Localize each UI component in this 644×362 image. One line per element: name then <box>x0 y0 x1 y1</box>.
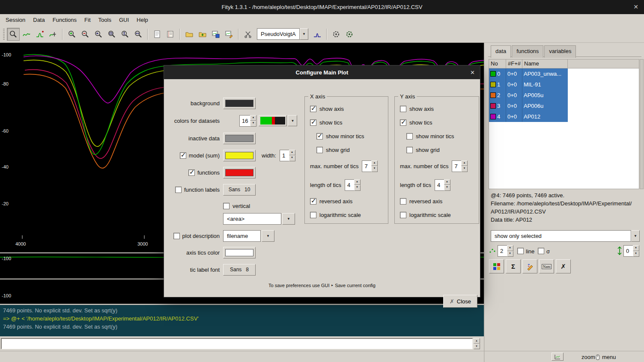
vertical-splitter[interactable] <box>484 43 485 362</box>
spin-up-button[interactable] <box>289 150 295 156</box>
dataset-colors-dropdown-button[interactable] <box>288 115 297 126</box>
x-log-scale-checkbox[interactable] <box>310 212 316 218</box>
axis-tics-color-button[interactable] <box>223 247 256 258</box>
point-size-spinner[interactable]: 2 <box>498 245 513 257</box>
y-show-grid-checkbox[interactable] <box>406 147 413 153</box>
export-image-button[interactable] <box>223 28 236 41</box>
console-output[interactable]: 7469 points. No explicit std. dev. Set a… <box>0 305 484 336</box>
label-font-button[interactable]: Sans 10 <box>223 184 256 196</box>
data-properties-button[interactable] <box>151 28 164 41</box>
spin-up-button[interactable] <box>507 245 513 251</box>
background-color-button[interactable] <box>223 98 256 109</box>
y-log-scale-checkbox[interactable] <box>400 212 406 218</box>
delete-dataset-button[interactable]: ✗ <box>556 259 571 273</box>
x-max-tics-spinner[interactable]: 7 <box>362 160 378 172</box>
menu-tools[interactable]: Tools <box>95 15 115 25</box>
description-select[interactable]: filename <box>223 230 261 242</box>
y-show-axis-checkbox[interactable] <box>400 106 406 112</box>
status-plot-button[interactable] <box>552 353 564 361</box>
dialog-close-icon[interactable]: ✕ <box>470 69 475 76</box>
model-width-spinner[interactable]: 1 <box>280 150 295 161</box>
dataset-colors-preview[interactable] <box>259 115 287 126</box>
command-input[interactable] <box>1 338 473 349</box>
edit-data-button[interactable] <box>522 259 537 273</box>
x-show-minor-tics-checkbox[interactable] <box>316 133 323 139</box>
spin-up-button[interactable] <box>461 160 468 166</box>
y-max-tics-spinner[interactable]: 7 <box>452 160 468 172</box>
sigma-checkbox[interactable] <box>538 248 544 254</box>
spin-down-button[interactable] <box>633 251 639 257</box>
zoom-mode-button[interactable] <box>7 28 20 41</box>
plot-description-checkbox[interactable] <box>173 233 180 239</box>
add-function-button[interactable] <box>311 28 324 41</box>
table-row-2[interactable]: 2 0+0 AP005u <box>489 90 568 101</box>
table-row-0[interactable]: 0 0+0 AP003_unwa... <box>489 68 568 79</box>
dataset-colors-button[interactable] <box>489 259 504 273</box>
zoom-all-button[interactable] <box>105 28 118 41</box>
dataset-colors-count-spinner[interactable]: 16 <box>239 115 256 127</box>
table-row-1[interactable]: 1 0+0 MIL-91 <box>489 79 568 90</box>
spin-up-button[interactable] <box>371 160 378 166</box>
data-range-mode-button[interactable] <box>20 28 33 41</box>
model-sum-checkbox[interactable] <box>180 152 186 159</box>
open-data-button[interactable] <box>183 28 196 41</box>
spin-up-button[interactable] <box>354 179 361 185</box>
description-dropdown-button[interactable] <box>262 230 274 242</box>
spin-down-button[interactable] <box>354 185 361 191</box>
history-down-button[interactable] <box>474 344 480 349</box>
zoom-horizontal-button[interactable] <box>132 28 145 41</box>
x-show-tics-checkbox[interactable] <box>310 119 316 126</box>
y-tic-length-spinner[interactable]: 4 <box>435 179 450 191</box>
history-up-button[interactable] <box>474 338 480 344</box>
table-row-4[interactable]: 4 0+0 AP012 <box>489 111 568 122</box>
zoom-vertical-button[interactable] <box>119 28 131 41</box>
table-row-3[interactable]: 3 0+0 AP006u <box>489 101 568 111</box>
toolbar-grip[interactable] <box>3 29 5 40</box>
table-scrollbar[interactable] <box>640 59 644 189</box>
add-peak-mode-button[interactable] <box>33 28 46 41</box>
window-close-button[interactable]: ✕ <box>633 3 638 10</box>
zoom-in-button[interactable] <box>66 28 78 41</box>
tic-font-button[interactable]: Sans 8 <box>223 264 256 276</box>
menu-data[interactable]: Data <box>29 15 48 25</box>
drag-peak-mode-button[interactable] <box>47 28 60 41</box>
menu-session[interactable]: Session <box>2 15 29 25</box>
spin-up-button[interactable] <box>633 245 639 251</box>
rename-button[interactable]: Nam <box>539 259 554 273</box>
spin-down-button[interactable] <box>371 166 378 172</box>
tab-variables[interactable]: variables <box>544 45 576 58</box>
x-tic-length-spinner[interactable]: 4 <box>345 179 361 191</box>
label-content-select[interactable]: <area> <box>223 213 281 225</box>
zoom-out-button[interactable] <box>79 28 92 41</box>
menu-functions[interactable]: Functions <box>49 15 80 25</box>
spin-down-button[interactable] <box>461 166 468 172</box>
input-history-buttons[interactable] <box>474 338 480 349</box>
append-data-button[interactable] <box>196 28 209 41</box>
spin-down-button[interactable] <box>507 251 513 257</box>
menu-gui[interactable]: GUI <box>115 15 133 25</box>
tab-data[interactable]: data <box>491 45 511 58</box>
x-show-axis-checkbox[interactable] <box>310 106 316 112</box>
spin-up-button[interactable] <box>444 179 450 185</box>
dialog-close-button[interactable]: ✗ Close <box>443 295 477 308</box>
data-editor-button[interactable] <box>242 28 254 41</box>
y-shift-spinner[interactable]: 0 <box>623 245 639 257</box>
functions-color-button[interactable] <box>223 167 256 178</box>
column-header-functions[interactable]: #F+# <box>506 59 522 68</box>
model-color-button[interactable] <box>223 150 256 161</box>
vertical-checkbox[interactable] <box>223 203 230 209</box>
function-labels-checkbox[interactable] <box>175 187 182 193</box>
functions-checkbox[interactable] <box>188 169 195 176</box>
manual-fit-button[interactable] <box>330 28 343 41</box>
menu-help[interactable]: Help <box>133 15 152 25</box>
session-log-button[interactable] <box>164 28 177 41</box>
x-reversed-axis-checkbox[interactable] <box>310 198 316 205</box>
peak-type-combo[interactable]: PseudoVoigtA <box>257 28 308 40</box>
save-session-button[interactable] <box>209 28 222 41</box>
y-reversed-axis-checkbox[interactable] <box>400 198 406 205</box>
peak-type-dropdown-button[interactable] <box>300 28 308 40</box>
zoom-previous-button[interactable] <box>92 28 105 41</box>
run-fit-button[interactable] <box>343 28 356 41</box>
line-checkbox[interactable] <box>517 248 524 254</box>
column-header-name[interactable]: Name <box>522 59 568 68</box>
